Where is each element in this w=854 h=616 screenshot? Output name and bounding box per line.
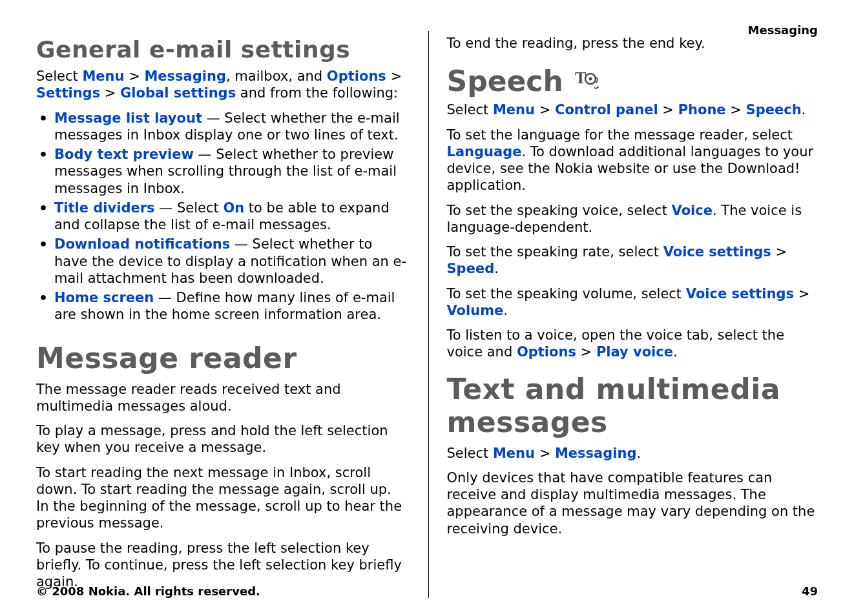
list-item: Download notifications — Select whether … [36, 236, 408, 287]
value-on: On [223, 200, 244, 216]
text: Select [447, 102, 493, 118]
nav-menu: Menu [82, 68, 124, 84]
option-voice: Voice [672, 203, 713, 218]
text: To set the speaking rate, select [447, 244, 663, 260]
speech-language-paragraph: To set the language for the message read… [447, 127, 818, 194]
heading-message-reader: Message reader [36, 342, 408, 375]
chevron: > [726, 102, 746, 118]
nav-control-panel: Control panel [555, 102, 658, 118]
nav-settings: Settings [36, 85, 100, 101]
page: Messaging General e-mail settings Select… [0, 0, 854, 616]
chevron: > [386, 68, 402, 84]
option-voice-settings: Voice settings [686, 286, 794, 302]
copyright: © 2008 Nokia. All rights reserved. [36, 584, 260, 598]
text: To set the speaking volume, select [447, 286, 686, 302]
speech-voice-paragraph: To set the speaking voice, select Voice.… [447, 202, 818, 236]
left-column: General e-mail settings Select Menu > Me… [36, 31, 408, 598]
option-speed: Speed [447, 261, 495, 276]
textmm-paragraph: Only devices that have compatible featur… [447, 469, 818, 537]
nav-phone: Phone [678, 102, 726, 118]
reader-paragraph: The message reader reads received text a… [36, 381, 408, 415]
heading-general-email-settings: General e-mail settings [36, 36, 408, 63]
text: Select [36, 68, 82, 84]
reader-paragraph: To play a message, press and hold the le… [36, 422, 408, 457]
nav-menu: Menu [493, 446, 535, 461]
list-item: Message list layout — Select whether the… [36, 110, 408, 144]
list-item: Body text preview — Select whether to pr… [36, 146, 408, 197]
option-voice-settings: Voice settings [663, 244, 771, 260]
nav-global-settings: Global settings [120, 85, 236, 101]
heading-speech: Speech T [447, 65, 818, 98]
text: . [673, 344, 678, 360]
speech-nav: Select Menu > Control panel > Phone > Sp… [447, 101, 818, 118]
svg-text:T: T [575, 69, 586, 87]
text: . [494, 261, 499, 276]
nav-speech: Speech [746, 102, 802, 118]
heading-speech-text: Speech [447, 65, 563, 98]
page-number: 49 [802, 584, 818, 598]
textmm-nav: Select Menu > Messaging. [447, 445, 818, 462]
option-language: Language [447, 144, 522, 159]
setting-download-notifications: Download notifications [54, 236, 230, 252]
text: . [637, 446, 641, 461]
chevron: > [535, 446, 555, 461]
setting-body-text-preview: Body text preview [54, 147, 194, 162]
page-footer: © 2008 Nokia. All rights reserved. 49 [36, 584, 818, 598]
speech-listen-paragraph: To listen to a voice, open the voice tab… [447, 327, 818, 361]
nav-options: Options [517, 344, 576, 360]
text: . [802, 102, 806, 118]
speech-icon: T [575, 69, 601, 94]
chevron: > [794, 286, 809, 302]
chevron: > [658, 102, 678, 118]
list-item: Home screen — Define how many lines of e… [36, 289, 408, 323]
setting-title-dividers: Title dividers [54, 200, 155, 216]
option-volume: Volume [447, 303, 504, 318]
nav-options: Options [327, 68, 386, 84]
chevron: > [125, 68, 145, 84]
speech-volume-paragraph: To set the speaking volume, select Voice… [447, 285, 818, 320]
text: Select [447, 446, 493, 461]
svg-point-2 [588, 77, 592, 81]
text: — Select [155, 200, 224, 216]
nav-messaging: Messaging [144, 68, 226, 84]
settings-list: Message list layout — Select whether the… [36, 110, 408, 323]
nav-messaging: Messaging [555, 446, 637, 461]
reader-paragraph: To start reading the next message in Inb… [36, 464, 408, 532]
list-item: Title dividers — Select On to be able to… [36, 200, 408, 234]
text: . [503, 303, 508, 318]
chevron: > [576, 344, 596, 360]
general-intro: Select Menu > Messaging, mailbox, and Op… [36, 68, 408, 102]
text: , mailbox, and [226, 68, 327, 84]
text: To set the speaking voice, select [447, 203, 672, 218]
setting-message-list-layout: Message list layout [54, 110, 202, 126]
chevron: > [535, 102, 555, 118]
option-play-voice: Play voice [596, 344, 673, 360]
chevron: > [100, 85, 120, 101]
right-column: To end the reading, press the end key. S… [428, 31, 818, 598]
running-head: Messaging [748, 23, 818, 37]
reader-paragraph: To pause the reading, press the left sel… [36, 540, 408, 591]
speech-rate-paragraph: To set the speaking rate, select Voice s… [447, 243, 818, 278]
reader-end-paragraph: To end the reading, press the end key. [447, 35, 818, 52]
chevron: > [771, 244, 787, 260]
content-columns: General e-mail settings Select Menu > Me… [36, 31, 818, 598]
text: and from the following: [236, 85, 398, 101]
nav-menu: Menu [493, 102, 535, 118]
heading-text-and-multimedia: Text and multimedia messages [447, 373, 818, 438]
text: To set the language for the message read… [447, 127, 793, 143]
setting-home-screen: Home screen [54, 290, 154, 305]
